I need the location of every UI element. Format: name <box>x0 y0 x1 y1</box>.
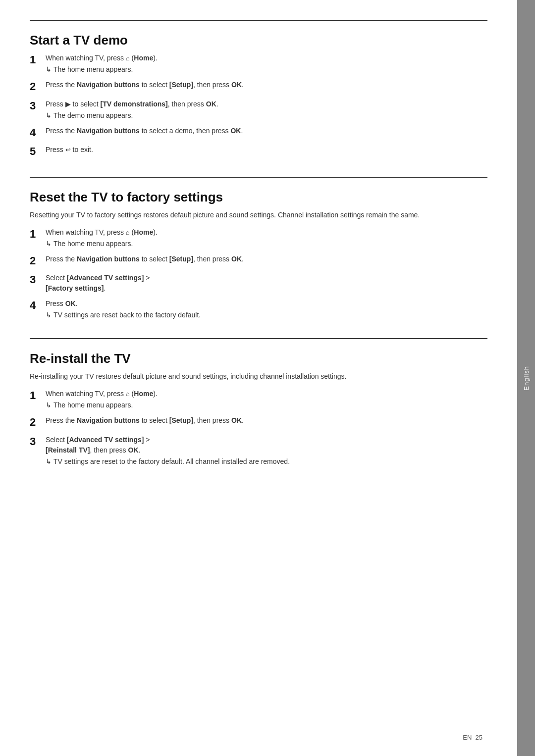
step-content: Press the Navigation buttons to select [… <box>46 415 487 426</box>
step-content: Press the Navigation buttons to select [… <box>46 80 487 90</box>
step-item: 5 Press ↩ to exit. <box>30 145 487 159</box>
ok-label: OK <box>231 255 242 263</box>
tv-demo-label: [TV demonstrations] <box>101 100 168 108</box>
step-item: 1 When watching TV, press ⌂ (Home). ↳ Th… <box>30 53 487 75</box>
section-start-tv-demo: Start a TV demo 1 When watching TV, pres… <box>30 20 487 159</box>
home-label: Home <box>134 228 153 236</box>
step-content: Select [Advanced TV settings] > [Factory… <box>46 273 487 294</box>
home-icon: ⌂ <box>126 228 130 238</box>
step-result-text: The home menu appears. <box>54 64 133 75</box>
page-container: Start a TV demo 1 When watching TV, pres… <box>0 0 535 756</box>
step-result: ↳ TV settings are reset to the factory d… <box>46 456 487 467</box>
home-icon: ⌂ <box>126 53 130 63</box>
step-number: 4 <box>30 126 46 140</box>
step-number: 2 <box>30 254 46 268</box>
step-result: ↳ The home menu appears. <box>46 64 487 75</box>
step-result-text: TV settings are reset to the factory def… <box>54 456 290 467</box>
step-item: 4 Press the Navigation buttons to select… <box>30 126 487 140</box>
step-result: ↳ The demo menu appears. <box>46 110 487 121</box>
nav-buttons-label: Navigation buttons <box>77 255 140 263</box>
step-item: 3 Press ▶ to select [TV demonstrations],… <box>30 99 487 121</box>
step-content: Select [Advanced TV settings] > [Reinsta… <box>46 435 487 467</box>
footer-page: 25 <box>476 734 482 741</box>
page-footer: EN 25 <box>463 734 482 741</box>
step-content: Press the Navigation buttons to select a… <box>46 126 487 136</box>
step-result: ↳ The home menu appears. <box>46 239 487 249</box>
step-content: When watching TV, press ⌂ (Home). ↳ The … <box>46 53 487 75</box>
section-reinstall-tv: Re-install the TV Re-installing your TV … <box>30 338 487 467</box>
step-result: ↳ TV settings are reset back to the fact… <box>46 310 487 320</box>
step-content: When watching TV, press ⌂ (Home). ↳ The … <box>46 227 487 249</box>
step-item: 1 When watching TV, press ⌂ (Home). ↳ Th… <box>30 389 487 410</box>
arrow-icon: ↳ <box>46 64 52 75</box>
arrow-icon: ↳ <box>46 456 52 467</box>
step-number: 3 <box>30 99 46 113</box>
step-item: 4 Press OK. ↳ TV settings are reset back… <box>30 299 487 320</box>
step-item: 3 Select [Advanced TV settings] > [Facto… <box>30 273 487 294</box>
arrow-icon: ↳ <box>46 400 52 410</box>
footer-lang: EN <box>463 734 472 741</box>
setup-label: [Setup] <box>169 81 193 89</box>
section-intro-2: Resetting your TV to factory settings re… <box>30 210 487 220</box>
factory-settings-label: [Factory settings] <box>46 284 104 292</box>
section-divider-2 <box>30 177 487 178</box>
step-content: When watching TV, press ⌂ (Home). ↳ The … <box>46 389 487 410</box>
steps-list-2: 1 When watching TV, press ⌂ (Home). ↳ Th… <box>30 227 487 321</box>
step-number: 1 <box>30 389 46 403</box>
home-icon: ⌂ <box>126 389 130 399</box>
home-label: Home <box>134 54 153 62</box>
advanced-tv-label: [Advanced TV settings] <box>67 436 144 444</box>
step-item: 1 When watching TV, press ⌂ (Home). ↳ Th… <box>30 227 487 249</box>
step-item: 2 Press the Navigation buttons to select… <box>30 80 487 94</box>
step-result-text: The home menu appears. <box>54 239 133 249</box>
section-intro-3: Re-installing your TV restores default p… <box>30 371 487 382</box>
step-item: 3 Select [Advanced TV settings] > [Reins… <box>30 435 487 467</box>
step-content: Press ↩ to exit. <box>46 145 487 155</box>
setup-label: [Setup] <box>169 255 193 263</box>
step-number: 3 <box>30 273 46 287</box>
steps-list-1: 1 When watching TV, press ⌂ (Home). ↳ Th… <box>30 53 487 159</box>
back-icon: ↩ <box>65 145 71 155</box>
section-divider-1 <box>30 20 487 21</box>
home-label: Home <box>134 390 153 398</box>
step-number: 3 <box>30 435 46 449</box>
section-title-2: Reset the TV to factory settings <box>30 185 487 205</box>
step-number: 5 <box>30 145 46 159</box>
main-content: Start a TV demo 1 When watching TV, pres… <box>0 0 517 756</box>
section-divider-3 <box>30 338 487 339</box>
ok-label: OK <box>65 300 76 307</box>
arrow-icon: ↳ <box>46 239 52 249</box>
ok-label: OK <box>128 446 139 454</box>
advanced-tv-label: [Advanced TV settings] <box>67 274 144 282</box>
step-number: 1 <box>30 53 46 67</box>
step-content: Press ▶ to select [TV demonstrations], t… <box>46 99 487 121</box>
sidebar: English <box>517 0 535 756</box>
step-number: 1 <box>30 227 46 242</box>
step-content: Press the Navigation buttons to select [… <box>46 254 487 264</box>
ok-label: OK <box>231 416 242 424</box>
step-result-text: The demo menu appears. <box>54 110 133 121</box>
step-item: 2 Press the Navigation buttons to select… <box>30 254 487 268</box>
nav-buttons-label: Navigation buttons <box>77 127 140 135</box>
nav-buttons-label: Navigation buttons <box>77 416 140 424</box>
step-number: 2 <box>30 415 46 430</box>
step-result: ↳ The home menu appears. <box>46 400 487 410</box>
sidebar-language-label: English <box>523 366 530 391</box>
arrow-icon: ↳ <box>46 310 52 320</box>
step-content: Press OK. ↳ TV settings are reset back t… <box>46 299 487 320</box>
steps-list-3: 1 When watching TV, press ⌂ (Home). ↳ Th… <box>30 389 487 467</box>
section-title-3: Re-install the TV <box>30 346 487 366</box>
step-number: 4 <box>30 299 46 313</box>
section-title-1: Start a TV demo <box>30 28 487 48</box>
arrow-icon: ↳ <box>46 110 52 121</box>
ok-label: OK <box>230 127 241 135</box>
reinstall-tv-label: [Reinstall TV] <box>46 446 90 454</box>
setup-label: [Setup] <box>169 416 193 424</box>
step-result-text: The home menu appears. <box>54 400 133 410</box>
step-number: 2 <box>30 80 46 94</box>
section-reset-factory: Reset the TV to factory settings Resetti… <box>30 177 487 321</box>
step-result-text: TV settings are reset back to the factor… <box>54 310 201 320</box>
nav-buttons-label: Navigation buttons <box>77 81 140 89</box>
ok-label: OK <box>231 81 242 89</box>
ok-label: OK <box>206 100 216 108</box>
